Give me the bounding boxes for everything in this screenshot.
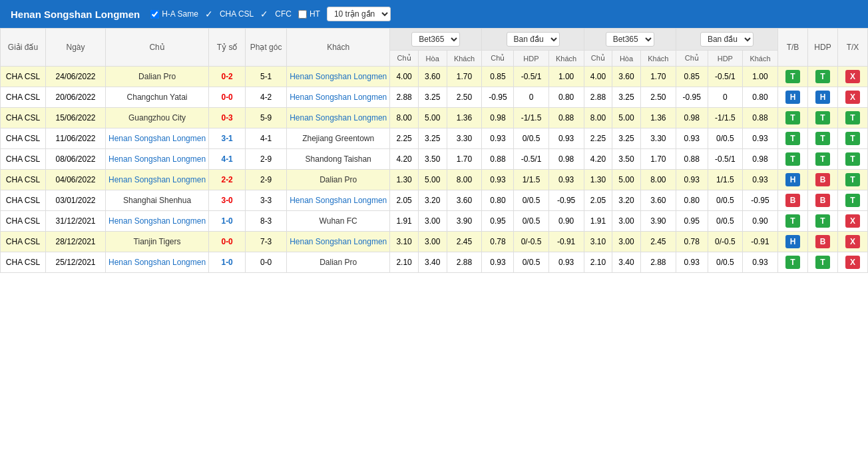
cell-o4: 0.78 xyxy=(482,232,514,252)
cell-o6: 0.80 xyxy=(548,87,584,108)
cell-o6: -0.95 xyxy=(548,190,584,211)
cell-corner: 8-3 xyxy=(246,211,287,232)
cell-o2: 3.40 xyxy=(418,252,447,273)
recent-matches-dropdown[interactable]: 10 trận gần 5 trận gần 20 trận gần xyxy=(327,7,391,21)
ha-same-option[interactable]: H-A Same xyxy=(150,9,198,19)
cell-o6: 1.00 xyxy=(548,67,584,87)
khach-h1: Khách xyxy=(447,51,482,67)
cell-tx: X xyxy=(838,252,868,273)
cell-tx: T xyxy=(838,149,868,170)
cell-away: Henan Songshan Longmen xyxy=(287,108,390,128)
cell-o1b: 4.20 xyxy=(584,149,612,170)
cell-corner: 5-1 xyxy=(246,67,287,87)
cell-o6: 0.93 xyxy=(548,128,584,149)
cell-o5b: 0/0.5 xyxy=(708,190,742,211)
cell-o2: 3.50 xyxy=(418,149,447,170)
cell-o3: 8.00 xyxy=(447,170,482,190)
bet365-dropdown-1[interactable]: Bet365 xyxy=(411,32,460,47)
cell-o2: 3.25 xyxy=(418,128,447,149)
bet365-dropdown-2[interactable]: Bet365 xyxy=(606,32,654,47)
cell-o1b: 1.91 xyxy=(584,211,612,232)
cell-corner: 4-1 xyxy=(246,128,287,149)
cha-csl-label: CHA CSL xyxy=(220,9,254,19)
cell-league: CHA CSL xyxy=(1,108,46,128)
cell-tx: T xyxy=(838,128,868,149)
filter-options: H-A Same ✓ CHA CSL ✓ CFC HT 10 trận gần … xyxy=(150,7,391,21)
cell-tb: T xyxy=(778,128,808,149)
cell-o5b: -1/1.5 xyxy=(708,108,742,128)
cell-o3b: 2.50 xyxy=(640,87,676,108)
cell-corner: 7-3 xyxy=(246,232,287,252)
bandau-dropdown-1[interactable]: Ban đầu xyxy=(507,32,560,47)
cell-o2: 3.00 xyxy=(418,211,447,232)
cell-home: Guangzhou City xyxy=(106,108,209,128)
cell-o1b: 8.00 xyxy=(584,108,612,128)
cell-away: Dalian Pro xyxy=(287,170,390,190)
cell-o4b: 0.78 xyxy=(676,232,708,252)
hdp-h2: HDP xyxy=(514,51,548,67)
cell-home: Changchun Yatai xyxy=(106,87,209,108)
cell-home: Dalian Pro xyxy=(106,67,209,87)
cell-tb: T xyxy=(778,252,808,273)
cell-score: 1-0 xyxy=(209,252,246,273)
cell-date: 04/06/2022 xyxy=(46,170,106,190)
bet365-header-2: Bet365 xyxy=(584,29,676,51)
cell-hdp: T xyxy=(808,252,838,273)
cell-o1b: 3.10 xyxy=(584,232,612,252)
cell-hdp: T xyxy=(808,108,838,128)
cell-o6b: 0.93 xyxy=(742,128,777,149)
cell-o4: 0.80 xyxy=(482,190,514,211)
cell-league: CHA CSL xyxy=(1,232,46,252)
cell-o1b: 2.25 xyxy=(584,128,612,149)
cell-o4b: 0.93 xyxy=(676,170,708,190)
cell-o3b: 3.30 xyxy=(640,128,676,149)
bandau-header-1: Ban đầu xyxy=(482,29,584,51)
cell-o5b: 0 xyxy=(708,87,742,108)
cell-league: CHA CSL xyxy=(1,67,46,87)
cell-date: 28/12/2021 xyxy=(46,232,106,252)
cell-o5: 0/0.5 xyxy=(514,190,548,211)
cell-home: Henan Songshan Longmen xyxy=(106,211,209,232)
cell-o2b: 3.60 xyxy=(612,67,641,87)
ht-option[interactable]: HT xyxy=(298,9,320,19)
ht-checkbox[interactable] xyxy=(298,10,307,19)
cell-league: CHA CSL xyxy=(1,170,46,190)
score-header: Tỷ số xyxy=(209,29,246,67)
cell-o6: 0.93 xyxy=(548,170,584,190)
matches-table: Giải đấu Ngày Chủ Tỷ số Phạt góc Khách B… xyxy=(0,28,868,273)
cell-o6: -0.91 xyxy=(548,232,584,252)
cell-tb: T xyxy=(778,108,808,128)
bandau-dropdown-2[interactable]: Ban đầu xyxy=(700,32,754,47)
cell-o1b: 2.05 xyxy=(584,190,612,211)
cell-o5: 0/0.5 xyxy=(514,128,548,149)
header: Henan Songshan Longmen H-A Same ✓ CHA CS… xyxy=(0,0,868,28)
cell-league: CHA CSL xyxy=(1,149,46,170)
cell-o5: -0.5/1 xyxy=(514,67,548,87)
cell-o3: 2.50 xyxy=(447,87,482,108)
cell-home: Shanghai Shenhua xyxy=(106,190,209,211)
cell-o1: 8.00 xyxy=(390,108,419,128)
cell-o4: 0.93 xyxy=(482,128,514,149)
cell-o4b: 0.98 xyxy=(676,108,708,128)
cell-away: Henan Songshan Longmen xyxy=(287,87,390,108)
cell-tx: T xyxy=(838,108,868,128)
cell-o1: 3.10 xyxy=(390,232,419,252)
cell-o2: 3.25 xyxy=(418,87,447,108)
cell-o5: 0/0.5 xyxy=(514,252,548,273)
cell-o1: 4.20 xyxy=(390,149,419,170)
cell-o3: 1.70 xyxy=(447,67,482,87)
cell-tb: H xyxy=(778,232,808,252)
table-row: CHA CSL 04/06/2022 Henan Songshan Longme… xyxy=(1,170,868,190)
cell-home: Henan Songshan Longmen xyxy=(106,128,209,149)
cell-corner: 0-0 xyxy=(246,252,287,273)
table-row: CHA CSL 11/06/2022 Henan Songshan Longme… xyxy=(1,128,868,149)
cell-league: CHA CSL xyxy=(1,87,46,108)
hoa-h1: Hòa xyxy=(418,51,447,67)
cell-tb: T xyxy=(778,149,808,170)
cell-o5b: 0/0.5 xyxy=(708,128,742,149)
cell-o2b: 5.00 xyxy=(612,170,641,190)
cell-tx: X xyxy=(838,232,868,252)
table-row: CHA CSL 25/12/2021 Henan Songshan Longme… xyxy=(1,252,868,273)
cell-home: Henan Songshan Longmen xyxy=(106,252,209,273)
ha-same-checkbox[interactable] xyxy=(150,10,159,19)
